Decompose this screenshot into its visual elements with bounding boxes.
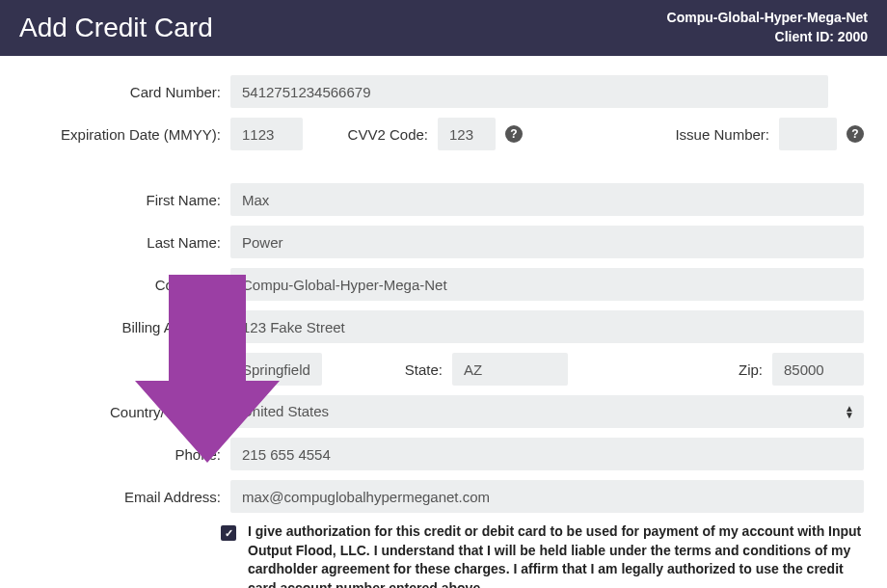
card-number-input[interactable] [230, 75, 828, 108]
expiration-label: Expiration Date (MMYY): [23, 126, 230, 143]
issue-number-input[interactable] [779, 118, 837, 150]
page-title: Add Credit Card [19, 13, 213, 43]
company-label: Company: [23, 277, 230, 293]
country-select[interactable]: United States ▲▼ [230, 395, 864, 428]
state-label: State: [322, 361, 452, 378]
country-value: United States [242, 403, 329, 419]
country-row: Country/Territory: United States ▲▼ [23, 395, 864, 428]
consent-text: I give authorization for this credit or … [248, 522, 864, 588]
card-number-row: Card Number: [23, 75, 864, 108]
header-client-id: Client ID: 2000 [667, 28, 868, 47]
cvv-label: CVV2 Code: [303, 126, 438, 143]
first-name-input[interactable] [230, 183, 864, 216]
billing-address-input[interactable] [230, 310, 864, 343]
state-input[interactable] [452, 353, 568, 386]
last-name-input[interactable] [230, 226, 864, 258]
email-label: Email Address: [23, 489, 230, 505]
first-name-row: First Name: [23, 183, 864, 216]
phone-row: Phone: [23, 438, 864, 470]
expiration-input[interactable] [230, 118, 303, 150]
credit-card-form: Card Number: Expiration Date (MMYY): CVV… [0, 56, 887, 588]
header: Add Credit Card Compu-Global-Hyper-Mega-… [0, 0, 887, 56]
phone-input[interactable] [230, 438, 864, 470]
country-label: Country/Territory: [23, 404, 230, 420]
cvv-input[interactable] [438, 118, 496, 150]
phone-label: Phone: [23, 446, 230, 463]
company-row: Company: [23, 268, 864, 301]
last-name-label: Last Name: [23, 234, 230, 251]
email-input[interactable] [230, 480, 864, 513]
billing-address-label: Billing Address: [23, 319, 230, 335]
email-row: Email Address: [23, 480, 864, 513]
zip-input[interactable] [772, 353, 864, 386]
issue-help-icon[interactable]: ? [847, 125, 864, 143]
chevron-updown-icon: ▲▼ [845, 405, 854, 418]
consent-row: I give authorization for this credit or … [23, 522, 864, 588]
last-name-row: Last Name: [23, 226, 864, 258]
header-client-info: Compu-Global-Hyper-Mega-Net Client ID: 2… [667, 9, 868, 46]
first-name-label: First Name: [23, 192, 230, 208]
city-state-zip-row: State: Zip: [23, 353, 864, 386]
expiration-row: Expiration Date (MMYY): CVV2 Code: ? Iss… [23, 118, 864, 150]
issue-number-label: Issue Number: [523, 126, 779, 143]
billing-row: Billing Address: [23, 310, 864, 343]
header-company-name: Compu-Global-Hyper-Mega-Net [667, 9, 868, 28]
zip-label: Zip: [568, 361, 772, 378]
card-number-label: Card Number: [23, 84, 230, 100]
city-input[interactable] [230, 353, 322, 386]
cvv-help-icon[interactable]: ? [505, 125, 523, 143]
company-input[interactable] [230, 268, 864, 301]
consent-checkbox[interactable] [221, 525, 236, 541]
